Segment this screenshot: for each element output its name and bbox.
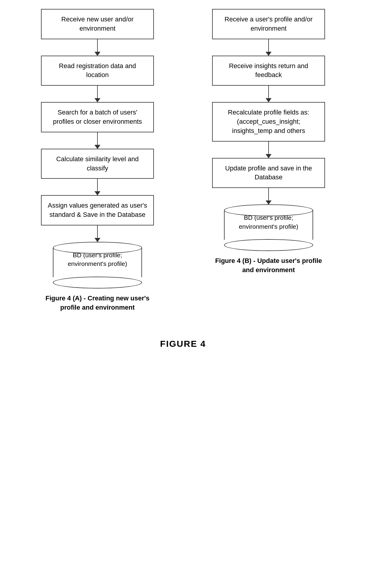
left-box-4: Calculate similarity level and classify bbox=[41, 149, 154, 179]
arrow-4-left bbox=[97, 179, 98, 195]
right-caption: Figure 4 (B) - Update user's profile and… bbox=[212, 256, 325, 275]
arrow-3-right bbox=[268, 142, 269, 158]
arrow-5-left bbox=[97, 225, 98, 242]
left-caption: Figure 4 (A) - Creating new user's profi… bbox=[41, 294, 154, 312]
right-box-1: Receive a user's profile and/or environm… bbox=[212, 9, 325, 39]
cylinder-bottom-left bbox=[53, 277, 142, 288]
left-box-3: Search for a batch of users' profiles or… bbox=[41, 102, 154, 132]
right-box-3: Recalculate profile fields as: (accept_c… bbox=[212, 102, 325, 141]
arrow-3-left bbox=[97, 132, 98, 149]
right-flow-column: Receive a user's profile and/or environm… bbox=[203, 9, 334, 312]
arrow-4-right bbox=[268, 188, 269, 204]
left-box-1: Receive new user and/or environment bbox=[41, 9, 154, 39]
arrow-1-right bbox=[268, 39, 269, 56]
right-database: BD (user's profile; environment's profil… bbox=[224, 204, 313, 251]
arrow-2-left bbox=[97, 86, 98, 102]
cylinder-bottom-right bbox=[224, 239, 313, 251]
cylinder-top-left bbox=[53, 242, 142, 254]
figure-title: FIGURE 4 bbox=[0, 321, 366, 358]
right-box-2: Receive insights return and feedback bbox=[212, 56, 325, 86]
right-box-4: Update profile and save in the Database bbox=[212, 158, 325, 188]
left-flow-column: Receive new user and/or environment Read… bbox=[32, 9, 163, 312]
cylinder-top-right bbox=[224, 204, 313, 216]
left-database: BD (user's profile; environment's profil… bbox=[53, 242, 142, 288]
arrow-1-left bbox=[97, 39, 98, 56]
left-box-2: Read registration data and location bbox=[41, 56, 154, 86]
left-box-5: Assign values generated as user's standa… bbox=[41, 195, 154, 225]
arrow-2-right bbox=[268, 86, 269, 102]
